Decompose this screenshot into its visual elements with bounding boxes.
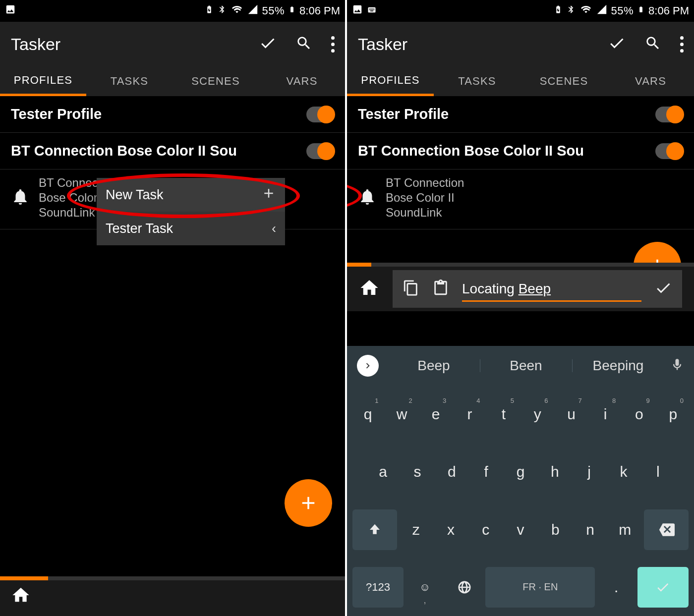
letter-key[interactable]: i8	[590, 394, 621, 435]
overflow-menu-icon[interactable]	[331, 36, 334, 53]
tab-bar: PROFILES TASKS SCENES VARS	[0, 66, 345, 96]
letter-key[interactable]: u7	[556, 394, 586, 435]
home-icon[interactable]	[11, 585, 31, 607]
condition-text: BT Connec Bose Color SoundLink	[39, 175, 98, 220]
search-icon[interactable]	[644, 35, 661, 54]
tab-scenes[interactable]: SCENES	[520, 66, 607, 96]
copy-icon[interactable]	[403, 280, 419, 298]
suggestion[interactable]: Beep	[388, 358, 480, 374]
enter-key[interactable]	[637, 567, 689, 608]
key-row: ?123 ☺, FR · EN .	[347, 559, 694, 616]
letter-key[interactable]: r4	[454, 394, 485, 435]
clipboard-icon[interactable]	[432, 280, 449, 298]
status-bar: 55% 8:06 PM	[0, 0, 345, 22]
app-title: Tasker	[358, 35, 407, 54]
overflow-menu-icon[interactable]	[680, 36, 683, 53]
bluetooth-icon	[218, 4, 227, 18]
letter-key[interactable]: o9	[624, 394, 654, 435]
wifi-icon	[579, 4, 592, 18]
letter-key[interactable]: f	[470, 451, 502, 492]
image-icon	[352, 4, 363, 18]
letter-key[interactable]: v	[505, 509, 536, 550]
tab-vars[interactable]: VARS	[259, 66, 345, 96]
tab-scenes[interactable]: SCENES	[173, 66, 259, 96]
app-title: Tasker	[11, 35, 60, 54]
letter-key[interactable]: t5	[488, 394, 519, 435]
letter-key[interactable]: y6	[522, 394, 553, 435]
tab-tasks[interactable]: TASKS	[86, 66, 173, 96]
shift-key[interactable]	[352, 509, 397, 550]
fab-add[interactable]	[285, 479, 332, 527]
letter-key[interactable]: g	[505, 451, 536, 492]
letter-key[interactable]: m	[609, 509, 641, 550]
key-row: q1w2e3r4t5y6u7i8o9p0	[347, 386, 694, 443]
clock-text: 8:06 PM	[299, 4, 340, 17]
bluetooth-icon	[567, 4, 576, 18]
mic-icon[interactable]	[670, 358, 684, 374]
profile-condition[interactable]: BT Connection Bose Color II SoundLink	[347, 169, 694, 229]
suggestion[interactable]: Been	[480, 358, 572, 374]
space-key[interactable]: FR · EN	[485, 567, 595, 608]
battery-icon	[289, 4, 295, 18]
suggestion-bar: Beep Been Beeping	[347, 346, 694, 386]
tab-vars[interactable]: VARS	[607, 66, 694, 96]
letter-key[interactable]: x	[435, 509, 466, 550]
confirm-icon[interactable]	[608, 34, 626, 54]
letter-key[interactable]: q1	[352, 394, 383, 435]
profile-name: BT Connection Bose Color II Sou	[11, 143, 237, 159]
letter-key[interactable]: n	[574, 509, 606, 550]
profile-name: Tester Profile	[11, 106, 102, 122]
tab-tasks[interactable]: TASKS	[434, 66, 520, 96]
confirm-input-icon[interactable]	[654, 279, 672, 299]
task-name-input[interactable]: Locating Beep	[462, 281, 641, 297]
profile-toggle[interactable]	[306, 143, 334, 159]
signal-icon	[247, 4, 258, 18]
search-icon[interactable]	[295, 35, 312, 54]
letter-key[interactable]: l	[642, 451, 674, 492]
letter-key[interactable]: j	[574, 451, 605, 492]
key-row: zxcvbnm	[347, 501, 694, 559]
tab-profiles[interactable]: PROFILES	[0, 66, 86, 96]
letter-key[interactable]: p0	[658, 394, 689, 435]
expand-suggestions-icon[interactable]	[357, 355, 379, 377]
letter-key[interactable]: c	[470, 509, 502, 550]
menu-item-existing-task[interactable]: Tester Task ‹	[97, 212, 285, 245]
menu-item-new-task[interactable]: New Task	[97, 178, 285, 212]
profile-toggle[interactable]	[655, 107, 683, 122]
condition-line: SoundLink	[39, 205, 98, 220]
battery-icon	[637, 4, 644, 18]
scroll-indicator	[347, 263, 694, 267]
profile-row[interactable]: BT Connection Bose Color II Sou	[347, 133, 694, 169]
emoji-key[interactable]: ☺,	[406, 567, 443, 608]
battery-percent: 55%	[611, 4, 634, 17]
image-icon	[5, 4, 16, 18]
profile-row[interactable]: Tester Profile	[0, 96, 345, 133]
condition-line: Bose Color II	[386, 190, 464, 205]
condition-text: BT Connection Bose Color II SoundLink	[386, 175, 464, 220]
profile-toggle[interactable]	[655, 143, 683, 159]
profile-row[interactable]: BT Connection Bose Color II Sou	[0, 133, 345, 169]
letter-key[interactable]: z	[400, 509, 432, 550]
letter-key[interactable]: w2	[386, 394, 417, 435]
phone-left: 55% 8:06 PM Tasker PROFILES TASKS SCENES…	[0, 0, 347, 616]
task-picker-menu: New Task Tester Task ‹	[97, 178, 285, 245]
letter-key[interactable]: h	[539, 451, 571, 492]
letter-key[interactable]: e3	[420, 394, 451, 435]
letter-key[interactable]: b	[539, 509, 571, 550]
home-icon[interactable]	[359, 278, 380, 300]
tab-profiles[interactable]: PROFILES	[347, 66, 434, 96]
profile-toggle[interactable]	[306, 107, 334, 122]
language-key[interactable]	[446, 567, 483, 608]
letter-key[interactable]: d	[436, 451, 467, 492]
letter-key[interactable]: s	[402, 451, 433, 492]
symbols-key[interactable]: ?123	[352, 567, 404, 608]
suggestion[interactable]: Beeping	[572, 358, 664, 374]
task-name-toolbar: Locating Beep	[347, 263, 694, 311]
period-key[interactable]: .	[598, 567, 635, 608]
letter-key[interactable]: k	[608, 451, 639, 492]
confirm-icon[interactable]	[259, 34, 277, 54]
letter-key[interactable]: a	[367, 451, 399, 492]
tab-bar: PROFILES TASKS SCENES VARS	[347, 66, 694, 96]
backspace-key[interactable]	[644, 509, 689, 550]
profile-row[interactable]: Tester Profile	[347, 96, 694, 133]
